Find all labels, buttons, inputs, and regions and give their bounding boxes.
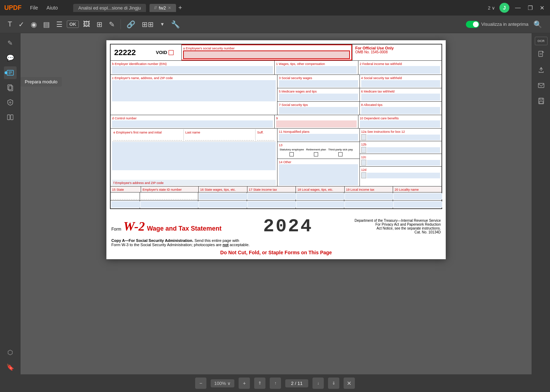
next-page-button[interactable]: ↓: [312, 378, 324, 389]
tab-analysis[interactable]: Analisi ed espl...sione di Jingju: [73, 4, 146, 12]
maximize-button[interactable]: ❐: [526, 5, 534, 11]
sidebar-right-ocr[interactable]: OCR: [535, 37, 548, 45]
signature-tool-button[interactable]: ✎: [107, 19, 117, 30]
box12d-code[interactable]: [361, 172, 366, 178]
box12b-value[interactable]: [367, 147, 440, 153]
export-icon: [538, 66, 545, 73]
grid-tool-button[interactable]: ⊞⊞: [140, 19, 156, 30]
employer-name-input[interactable]: [112, 80, 276, 101]
employer-name-cell: c Employer's name, address, and ZIP code: [111, 75, 277, 115]
third-party-checkbox[interactable]: [338, 152, 343, 156]
ss-wages-input[interactable]: [279, 80, 358, 87]
sidebar-item-layers[interactable]: ⬡: [4, 346, 17, 359]
state-id-input-1a-field[interactable]: [141, 193, 197, 200]
suffix-input[interactable]: [257, 134, 274, 141]
lw-input-1a-field[interactable]: [297, 193, 345, 200]
medicare-tax-input[interactable]: [361, 94, 440, 101]
box9-input[interactable]: [276, 120, 357, 127]
tab-add-button[interactable]: +: [176, 4, 184, 12]
box12b-code[interactable]: [361, 147, 366, 153]
lit-input-1a-field[interactable]: [345, 193, 393, 200]
allocated-tips-input[interactable]: [361, 107, 440, 114]
prev-page-button[interactable]: ↑: [270, 378, 281, 389]
state-input-1a-field[interactable]: [111, 193, 139, 200]
first-name-input[interactable]: [113, 134, 182, 141]
lw-input-2a-field[interactable]: [297, 201, 345, 208]
menu-file[interactable]: File: [30, 5, 38, 11]
tab-fw2-close[interactable]: ✕: [168, 6, 171, 10]
sw-input-1a-field[interactable]: [199, 193, 247, 200]
sidebar-item-pages[interactable]: [4, 81, 17, 94]
preview-toggle[interactable]: Visualizza in anteprima: [466, 21, 528, 28]
ss-tax-input[interactable]: [361, 80, 440, 87]
medicare-wages-input[interactable]: [279, 94, 358, 101]
retirement-checkbox[interactable]: [314, 152, 318, 156]
sidebar-right-mail[interactable]: [535, 79, 548, 92]
zoom-in-button[interactable]: +: [239, 378, 250, 389]
close-button[interactable]: ✕: [538, 5, 546, 11]
state-id-input-2a-field[interactable]: [141, 201, 199, 208]
box9-label: 9: [276, 117, 278, 120]
date-tool-button[interactable]: ⊞: [94, 19, 105, 30]
locality-input-2a-field[interactable]: [394, 201, 442, 208]
radio-tool-button[interactable]: ◉: [29, 19, 39, 30]
sw-input-2a-field[interactable]: [199, 201, 247, 208]
sidebar-right-export[interactable]: [535, 64, 548, 76]
box12a-value[interactable]: [367, 135, 440, 140]
ein-label: b Employer identification number (EIN): [112, 62, 167, 66]
sidebar-right-doc[interactable]: [535, 48, 548, 61]
sidebar-item-bookmark[interactable]: 🔖: [4, 361, 17, 374]
toggle-switch[interactable]: [466, 21, 479, 28]
image-tool-button[interactable]: 🖼: [81, 19, 92, 30]
close-bottom-button[interactable]: ✕: [344, 378, 355, 389]
sit-input-1a-field[interactable]: [248, 193, 296, 200]
ok-tool-button[interactable]: OK: [67, 20, 79, 28]
last-page-button[interactable]: ⇓: [328, 378, 339, 389]
tab-fw2[interactable]: // fw2 ✕: [150, 4, 176, 12]
first-page-button[interactable]: ⇑: [254, 378, 265, 389]
sit-input-2a-field[interactable]: [248, 201, 296, 208]
sidebar-right-save[interactable]: [535, 95, 548, 107]
zoom-out-button[interactable]: −: [195, 378, 206, 389]
last-name-input[interactable]: [185, 134, 254, 141]
box11-input[interactable]: [279, 134, 358, 141]
void-checkbox[interactable]: [169, 50, 174, 55]
employer-row: c Employer's name, address, and ZIP code…: [111, 75, 441, 115]
align-tool-button[interactable]: ▼: [158, 20, 167, 28]
box12c-value[interactable]: [367, 160, 440, 166]
wages-input[interactable]: [276, 66, 357, 74]
list-tool-button[interactable]: ▤: [41, 19, 52, 30]
ein-input[interactable]: [112, 66, 273, 74]
lit-input-2a-field[interactable]: [345, 201, 393, 208]
employee-address-input[interactable]: [112, 142, 276, 170]
box12a-code[interactable]: [361, 134, 366, 140]
box12c-code[interactable]: [361, 160, 366, 166]
box12d-value[interactable]: [367, 173, 440, 178]
sidebar-item-form[interactable]: [4, 66, 17, 79]
menu-help[interactable]: Aiuto: [47, 5, 58, 11]
checkbox-tool-button[interactable]: ✓: [16, 19, 27, 30]
statutory-checkbox[interactable]: [289, 152, 294, 156]
fed-tax-input[interactable]: [360, 66, 440, 74]
settings-tool-button[interactable]: 🔧: [169, 19, 182, 30]
wages-label: 1 Wages, tips, other compensation: [276, 62, 325, 66]
text-tool-button[interactable]: T: [6, 19, 14, 30]
page-nav[interactable]: 2 ∨: [488, 5, 495, 11]
ss-tips-input[interactable]: [279, 107, 358, 114]
box14-input[interactable]: [279, 164, 358, 185]
minimize-button[interactable]: —: [514, 5, 522, 11]
avatar[interactable]: J: [499, 3, 509, 13]
sidebar-item-security[interactable]: [4, 96, 17, 109]
combo-tool-button[interactable]: ☰: [54, 19, 65, 30]
sidebar-item-comment[interactable]: 💬: [4, 52, 17, 64]
sidebar-item-compare[interactable]: [4, 111, 17, 124]
sidebar-item-edit[interactable]: ✎: [4, 37, 17, 49]
link-tool-button[interactable]: 🔗: [124, 19, 138, 30]
state-input-2a-field[interactable]: [111, 201, 140, 208]
search-button[interactable]: 🔍: [531, 19, 544, 30]
ssn-input[interactable]: [183, 51, 350, 59]
zoom-dropdown-icon[interactable]: ∨: [227, 381, 231, 386]
locality-input-1a-field[interactable]: [394, 193, 442, 200]
dep-care-input[interactable]: [360, 120, 440, 127]
control-input[interactable]: [112, 120, 273, 127]
